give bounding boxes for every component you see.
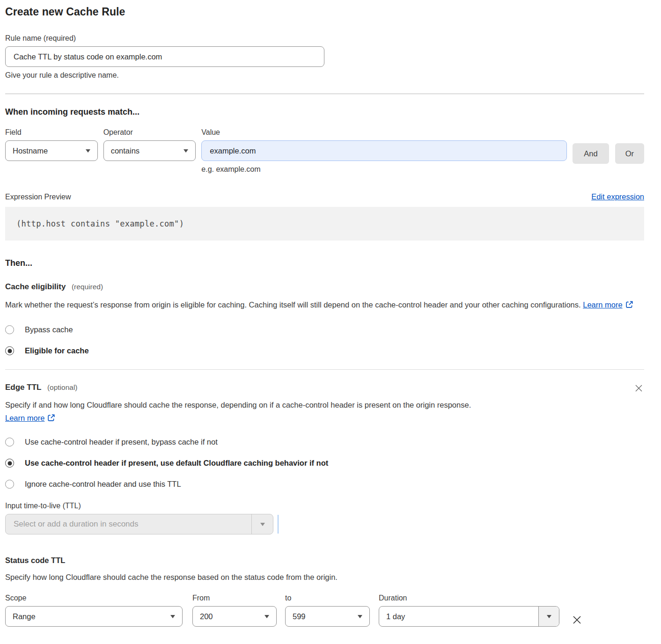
- scope-select[interactable]: Range: [5, 606, 183, 627]
- radio-selected-icon[interactable]: [5, 459, 14, 468]
- cache-eligibility-heading: Cache eligibility: [5, 282, 66, 291]
- optional-badge: (optional): [47, 383, 78, 391]
- chevron-down-icon: [184, 149, 188, 153]
- edge-ttl-description: Specify if and how long Cloudflare shoul…: [5, 401, 471, 409]
- radio-option-use-header-bypass[interactable]: Use cache-control header if present, byp…: [5, 438, 644, 446]
- external-link-icon: [625, 300, 633, 308]
- field-select[interactable]: Hostname: [5, 140, 98, 161]
- radio-icon[interactable]: [5, 325, 14, 334]
- field-label: Field: [5, 128, 98, 137]
- edit-expression-link[interactable]: Edit expression: [591, 192, 644, 201]
- learn-more-link[interactable]: Learn more: [583, 300, 622, 309]
- from-select[interactable]: 200: [192, 606, 277, 627]
- radio-option-eligible-for-cache[interactable]: Eligible for cache: [5, 346, 644, 355]
- radio-option-ignore-header[interactable]: Ignore cache-control header and use this…: [5, 480, 644, 489]
- chevron-down-icon[interactable]: [538, 607, 559, 626]
- to-select[interactable]: 599: [285, 606, 370, 627]
- chevron-down-icon: [358, 615, 362, 618]
- scope-label: Scope: [5, 594, 183, 602]
- radio-option-bypass-cache[interactable]: Bypass cache: [5, 325, 644, 334]
- page-title: Create new Cache Rule: [5, 6, 644, 18]
- rule-name-label: Rule name (required): [5, 34, 644, 43]
- learn-more-link[interactable]: Learn more: [5, 414, 44, 422]
- duration-label: Duration: [379, 594, 559, 602]
- edge-ttl-heading: Edge TTL: [5, 383, 41, 392]
- operator-select-value: contains: [111, 146, 140, 155]
- from-select-value: 200: [200, 612, 213, 621]
- scope-select-value: Range: [13, 612, 36, 621]
- rule-name-input[interactable]: [5, 46, 324, 67]
- cache-eligibility-description: Mark whether the request’s response from…: [5, 300, 581, 309]
- close-edge-ttl-button[interactable]: [633, 383, 644, 394]
- to-label: to: [285, 594, 370, 602]
- ttl-input-label: Input time-to-live (TTL): [5, 502, 644, 510]
- external-link-icon: [47, 414, 55, 422]
- status-code-ttl-heading: Status code TTL: [5, 556, 644, 565]
- duration-select-value: 1 day: [379, 607, 538, 626]
- and-button[interactable]: And: [573, 143, 609, 164]
- chevron-down-icon: [264, 615, 269, 618]
- text-cursor: [278, 515, 279, 534]
- value-helper: e.g. example.com: [201, 165, 567, 174]
- rule-name-helper: Give your rule a descriptive name.: [5, 71, 644, 80]
- create-cache-rule-form: Create new Cache Rule Rule name (require…: [5, 0, 644, 627]
- section-divider: [5, 369, 644, 370]
- close-icon: [634, 384, 643, 393]
- expression-preview-code: (http.host contains "example.com"): [5, 207, 644, 241]
- field-select-value: Hostname: [13, 146, 48, 155]
- chevron-down-icon: [170, 615, 175, 618]
- expression-preview-label: Expression Preview: [5, 193, 71, 201]
- from-label: From: [192, 594, 277, 602]
- then-heading: Then...: [5, 258, 644, 268]
- operator-select[interactable]: contains: [103, 140, 196, 161]
- chevron-down-icon[interactable]: [251, 514, 273, 534]
- to-select-value: 599: [293, 612, 306, 621]
- operator-label: Operator: [103, 128, 196, 137]
- section-divider: [5, 94, 644, 94]
- status-code-ttl-description: Specify how long Cloudflare should cache…: [5, 573, 338, 581]
- radio-icon[interactable]: [5, 438, 14, 446]
- radio-option-use-header-default[interactable]: Use cache-control header if present, use…: [5, 459, 644, 468]
- ttl-select-placeholder: Select or add a duration in seconds: [6, 514, 251, 534]
- chevron-down-icon: [86, 149, 90, 153]
- match-heading: When incoming requests match...: [5, 107, 644, 117]
- radio-selected-icon[interactable]: [5, 346, 14, 355]
- or-button[interactable]: Or: [615, 143, 644, 164]
- duration-select[interactable]: 1 day: [379, 606, 559, 627]
- required-badge: (required): [72, 283, 103, 291]
- ttl-duration-select[interactable]: Select or add a duration in seconds: [5, 514, 273, 534]
- close-icon: [572, 615, 582, 625]
- radio-icon[interactable]: [5, 480, 14, 489]
- value-label: Value: [201, 128, 567, 137]
- value-input[interactable]: [201, 140, 567, 161]
- remove-status-code-rule-button[interactable]: [571, 614, 583, 626]
